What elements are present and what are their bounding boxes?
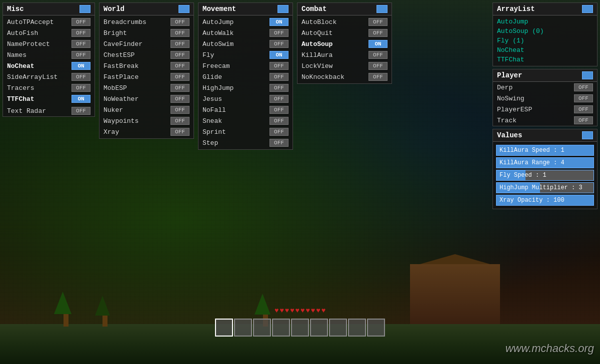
movement-item-label: Sprint [202,128,226,136]
misc-item-toggle[interactable]: OFF [72,51,90,59]
world-item-toggle[interactable]: OFF [170,128,190,136]
hotbar-slot-8[interactable] [348,319,366,337]
movement-item-toggle[interactable]: OFF [270,139,288,147]
movement-item-toggle[interactable]: OFF [270,40,288,48]
combat-row: AutoSoupON [298,38,392,49]
misc-item-toggle[interactable]: ON [72,95,90,103]
world-toggle[interactable] [178,5,190,13]
world-item-toggle[interactable]: OFF [170,95,190,103]
value-bar[interactable]: Fly Speed : 1 [496,170,594,181]
world-item-toggle[interactable]: OFF [170,40,190,48]
movement-item-label: Fly [202,51,214,59]
arraylist-item[interactable]: AutoJump [493,17,597,26]
world-row: WaypointsOFF [100,115,194,126]
misc-item-toggle[interactable]: OFF [72,73,90,81]
arraylist-header: ArrayList [493,3,597,15]
movement-row: GlideOFF [198,71,292,82]
misc-item-toggle[interactable]: OFF [72,29,90,37]
arraylist-item[interactable]: Fly (1) [493,36,597,45]
combat-item-toggle[interactable]: ON [368,40,388,48]
value-bar[interactable]: KillAura Speed : 1 [496,145,594,156]
movement-toggle[interactable] [278,5,288,13]
hotbar-slot-4[interactable] [272,319,290,337]
value-bar[interactable]: Xray Opacity : 100 [496,195,594,206]
arraylist-item[interactable]: AutoSoup (0) [493,26,597,36]
player-item-toggle[interactable]: OFF [574,116,593,124]
arraylist-panel: ArrayList AutoJumpAutoSoup (0)Fly (1)NoC… [492,2,598,66]
movement-item-toggle[interactable]: OFF [270,117,288,125]
movement-item-toggle[interactable]: OFF [270,95,288,103]
player-item-toggle[interactable]: OFF [574,83,593,91]
misc-row: TracersOFF [3,82,94,93]
combat-item-toggle[interactable]: OFF [368,62,388,70]
world-item-label: FastPlace [104,73,138,81]
value-bar[interactable]: KillAura Range : 4 [496,157,594,168]
heart-1: ♥ [274,307,278,315]
values-toggle[interactable] [582,131,593,139]
misc-item-toggle[interactable]: OFF [72,84,90,92]
movement-row: HighJumpOFF [198,82,292,93]
world-item-toggle[interactable]: OFF [170,106,190,114]
hotbar-slot-2[interactable] [234,319,252,337]
world-row: CaveFinderOFF [100,38,194,49]
combat-row: AutoBlockOFF [298,16,392,27]
movement-item-toggle[interactable]: OFF [270,29,288,37]
misc-row: AutoFishOFF [3,27,94,38]
misc-item-toggle[interactable]: ON [72,62,90,70]
hotbar-slot-3[interactable] [253,319,271,337]
misc-item-toggle[interactable]: OFF [72,18,90,26]
hotbar-slot-7[interactable] [329,319,347,337]
movement-item-toggle[interactable]: OFF [270,62,288,70]
heart-10: ♥ [322,307,326,315]
world-row: NoWeatherOFF [100,93,194,104]
world-item-toggle[interactable]: OFF [170,84,190,92]
combat-toggle[interactable] [376,5,388,13]
world-item-label: CaveFinder [104,40,142,48]
hotbar-slot-9[interactable] [367,319,385,337]
world-item-toggle[interactable]: OFF [170,18,190,26]
combat-item-toggle[interactable]: OFF [368,73,388,81]
hotbar-slot-1[interactable] [215,319,233,337]
player-toggle[interactable] [582,71,593,79]
combat-item-toggle[interactable]: OFF [368,29,388,37]
player-header: Player [493,69,597,82]
hud-bottom: ♥ ♥ ♥ ♥ ♥ ♥ ♥ ♥ ♥ ♥ [215,307,385,337]
world-row: BreadcrumbsOFF [100,16,194,27]
combat-row: AutoQuitOFF [298,27,392,38]
movement-item-toggle[interactable]: OFF [270,73,288,81]
misc-toggle[interactable] [80,5,90,13]
text-radar-toggle[interactable]: OFF [72,107,90,115]
movement-item-label: HighJump [202,84,234,92]
player-item-toggle[interactable]: OFF [574,105,593,113]
combat-item-toggle[interactable]: OFF [368,18,388,26]
misc-row: NamesOFF [3,49,94,60]
value-bar[interactable]: HighJump Multiplier : 3 [496,182,594,193]
movement-item-toggle[interactable]: ON [270,51,288,59]
player-item-toggle[interactable]: OFF [574,94,593,102]
movement-item-toggle[interactable]: ON [270,18,288,26]
arraylist-item[interactable]: NoCheat [493,45,597,55]
movement-item-toggle[interactable]: OFF [270,128,288,136]
player-item-label: PlayerESP [497,106,532,113]
world-row: MobESPOFF [100,82,194,93]
watermark: www.mchacks.org [506,342,594,355]
movement-item-toggle[interactable]: OFF [270,106,288,114]
misc-item-label: NameProtect [7,40,50,48]
hotbar-slot-6[interactable] [310,319,328,337]
arraylist-item[interactable]: TTFChat [493,55,597,64]
world-item-toggle[interactable]: OFF [170,29,190,37]
hotbar-slot-5[interactable] [291,319,309,337]
movement-item-toggle[interactable]: OFF [270,84,288,92]
misc-item-toggle[interactable]: OFF [72,40,90,48]
misc-title: Misc [7,5,24,13]
arraylist-toggle[interactable] [582,5,593,13]
movement-item-label: Sneak [202,117,222,125]
combat-item-toggle[interactable]: OFF [368,51,388,59]
world-item-toggle[interactable]: OFF [170,51,190,59]
world-item-toggle[interactable]: OFF [170,117,190,125]
values-panel: Values KillAura Speed : 1KillAura Range … [492,129,598,209]
player-item-label: NoSwing [497,95,524,102]
world-item-toggle[interactable]: OFF [170,62,190,70]
heart-2: ♥ [280,307,284,315]
world-item-toggle[interactable]: OFF [170,73,190,81]
